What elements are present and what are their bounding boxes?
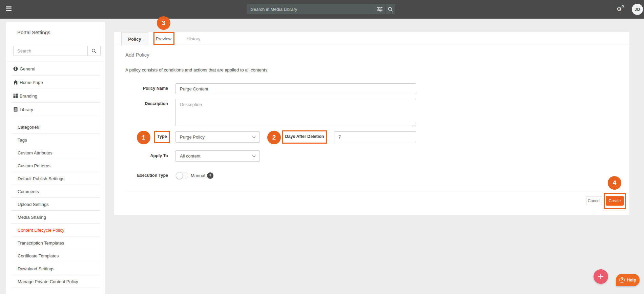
description-field[interactable] xyxy=(175,99,416,126)
description-label: Description xyxy=(114,102,168,106)
cancel-button[interactable]: Cancel xyxy=(586,196,602,205)
execution-type-label: Execution Type xyxy=(114,173,168,178)
help-question-icon[interactable]: ? xyxy=(207,172,213,179)
sidebar-item-label: Manage Private Content Policy xyxy=(18,279,78,284)
help-button[interactable]: ? Help xyxy=(616,274,640,286)
sidebar-item-tags[interactable]: Tags xyxy=(6,133,105,146)
menu-icon[interactable] xyxy=(6,6,12,12)
sidebar-item-library[interactable]: Library xyxy=(6,103,105,116)
chevron-down-icon xyxy=(252,154,256,157)
sidebar-item-label: Home Page xyxy=(20,80,43,85)
annotation-circle-1: 1 xyxy=(137,131,150,144)
sidebar-item-label: Branding xyxy=(20,93,37,99)
sidebar-item-label: Categories xyxy=(18,125,39,130)
annotation-circle-4: 4 xyxy=(608,176,621,190)
admin-settings-gears-icon[interactable]: ⚙⚙ xyxy=(617,4,627,15)
sidebar-item-default-publish-settings[interactable]: Default Publish Settings xyxy=(6,172,105,185)
sidebar-item-categories[interactable]: Categories xyxy=(6,121,105,133)
annotation-box-type xyxy=(154,131,170,143)
sidebar-item-branding[interactable]: Branding xyxy=(6,89,105,103)
sidebar-item-label: General xyxy=(20,66,35,71)
annotation-circle-2: 2 xyxy=(267,131,281,144)
type-select[interactable]: Purge Policy xyxy=(175,131,260,143)
help-button-label: Help xyxy=(627,277,636,282)
add-fab-button[interactable]: + xyxy=(594,269,608,284)
portal-settings-sidebar: Portal Settings General Home xyxy=(6,22,105,294)
sidebar-search-input[interactable] xyxy=(14,46,87,56)
annotation-box-create-button xyxy=(604,193,626,209)
sidebar-item-transcription-templates[interactable]: Transcription Templates xyxy=(6,236,105,249)
home-icon xyxy=(13,80,18,85)
policy-description-text: A policy consists of conditions and acti… xyxy=(125,67,269,72)
sidebar-item-upload-settings[interactable]: Upload Settings xyxy=(6,198,105,211)
tab-history[interactable]: History xyxy=(180,32,207,45)
sidebar-item-label: Comments xyxy=(18,189,39,194)
sidebar-item-label: Media Sharing xyxy=(18,215,46,220)
sidebar-item-label: Certificate Templates xyxy=(18,253,59,258)
chevron-down-icon xyxy=(252,135,256,138)
apply-to-select[interactable]: All content xyxy=(175,150,260,162)
sidebar-item-label: Library xyxy=(20,107,33,112)
info-icon xyxy=(13,66,18,71)
help-circle-icon: ? xyxy=(619,277,625,283)
days-after-deletion-field[interactable] xyxy=(334,131,416,142)
avatar[interactable]: JD xyxy=(632,4,643,15)
library-icon xyxy=(13,107,18,112)
apply-to-select-value: All content xyxy=(180,153,201,159)
sidebar-item-download-settings[interactable]: Download Settings xyxy=(6,262,105,275)
execution-type-value: Manual xyxy=(191,172,205,179)
page-title: Add Policy xyxy=(125,52,149,58)
apply-to-label: Apply To xyxy=(114,154,168,158)
policy-name-label: Policy Name xyxy=(114,86,168,91)
toggle-knob xyxy=(176,172,183,179)
plus-icon: + xyxy=(598,272,604,282)
annotation-circle-3: 3 xyxy=(157,16,170,30)
sidebar-sub-list: Categories Tags Custom Attributes Custom… xyxy=(6,121,105,288)
annotation-box-days-after-deletion xyxy=(282,130,327,144)
sidebar-item-label: Default Publish Settings xyxy=(18,176,64,181)
annotation-box-preview-tab xyxy=(153,32,174,45)
sidebar-item-comments[interactable]: Comments xyxy=(6,185,105,198)
sidebar-main-list: General Home Page Branding Library xyxy=(6,62,105,116)
branding-icon xyxy=(13,93,18,98)
sidebar-item-label: Custom Attributes xyxy=(18,150,53,155)
sidebar-title: Portal Settings xyxy=(17,29,50,35)
search-icon[interactable] xyxy=(385,4,395,14)
sidebar-item-media-sharing[interactable]: Media Sharing xyxy=(6,211,105,224)
sidebar-item-manage-private-content-policy[interactable]: Manage Private Content Policy xyxy=(6,275,105,288)
sidebar-item-label: Tags xyxy=(18,138,27,143)
type-select-value: Purge Policy xyxy=(180,134,205,140)
tab-bar: Policy Preview History xyxy=(114,32,629,45)
sidebar-search xyxy=(13,46,101,56)
sidebar-item-content-lifecycle-policy[interactable]: Content Lifecycle Policy xyxy=(6,224,105,236)
sidebar-item-label: Custom Patterns xyxy=(18,163,50,168)
filter-icon[interactable] xyxy=(374,4,385,14)
sidebar-item-label: Download Settings xyxy=(18,266,54,271)
content-lifecycle-policy-panel: Policy Preview History Add Policy A poli… xyxy=(114,32,629,215)
sidebar-item-label: Upload Settings xyxy=(18,202,49,207)
policy-name-field[interactable] xyxy=(175,83,416,94)
execution-type-toggle[interactable] xyxy=(176,172,188,179)
footer-divider xyxy=(125,190,625,190)
sidebar-item-custom-patterns[interactable]: Custom Patterns xyxy=(6,159,105,172)
sidebar-item-home-page[interactable]: Home Page xyxy=(6,76,105,89)
sidebar-item-certificate-templates[interactable]: Certificate Templates xyxy=(6,249,105,262)
media-library-search-input[interactable] xyxy=(247,4,374,14)
sidebar-item-label: Content Lifecycle Policy xyxy=(18,228,64,233)
top-bar: ⚙⚙ JD xyxy=(0,0,644,19)
sidebar-search-icon[interactable] xyxy=(87,46,100,56)
tab-policy[interactable]: Policy xyxy=(121,32,148,45)
sidebar-item-label: Transcription Templates xyxy=(18,240,64,246)
media-library-search xyxy=(247,4,395,14)
sidebar-item-general[interactable]: General xyxy=(6,62,105,76)
sidebar-item-custom-attributes[interactable]: Custom Attributes xyxy=(6,146,105,159)
